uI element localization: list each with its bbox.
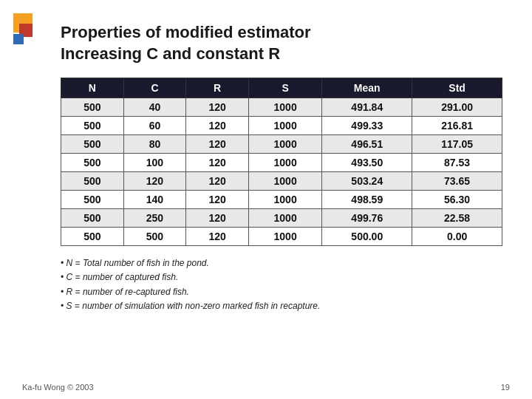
decorative-squares [13,13,34,58]
table-body: 500401201000491.84291.00500601201000499.… [61,98,502,246]
cell-r5-c4: 498.59 [322,191,412,209]
col-header-r: R [186,78,249,98]
col-header-std: Std [412,78,502,98]
table-row: 5002501201000499.7622.58 [61,209,502,228]
col-header-s: S [248,78,322,98]
cell-r0-c5: 291.00 [412,98,502,117]
cell-r0-c4: 491.84 [322,98,412,117]
cell-r7-c4: 500.00 [322,228,412,246]
cell-r1-c5: 216.81 [412,117,502,135]
cell-r2-c3: 1000 [248,135,322,154]
cell-r0-c1: 40 [123,98,186,117]
cell-r3-c1: 100 [123,154,186,172]
table-row: 500601201000499.33216.81 [61,117,502,135]
table-header: NCRSMeanStd [61,78,502,98]
cell-r0-c3: 1000 [248,98,322,117]
footer: Ka-fu Wong © 2003 19 [22,383,510,392]
cell-r6-c4: 499.76 [322,209,412,228]
title-line1: Properties of modified estimator [61,22,510,44]
cell-r4-c0: 500 [61,172,124,191]
cell-r3-c3: 1000 [248,154,322,172]
cell-r5-c2: 120 [186,191,249,209]
cell-r4-c5: 73.65 [412,172,502,191]
table-wrapper: NCRSMeanStd 500401201000491.84291.005006… [61,78,502,246]
cell-r4-c3: 1000 [248,172,322,191]
cell-r1-c4: 499.33 [322,117,412,135]
note-2: • R = number of re-captured fish. [61,285,510,299]
cell-r3-c5: 87.53 [412,154,502,172]
col-header-mean: Mean [322,78,412,98]
col-header-c: C [123,78,186,98]
cell-r3-c2: 120 [186,154,249,172]
cell-r5-c1: 140 [123,191,186,209]
note-3: • S = number of simulation with non-zero… [61,299,510,313]
copyright: Ka-fu Wong © 2003 [22,383,94,392]
cell-r2-c1: 80 [123,135,186,154]
note-0: • N = Total number of fish in the pond. [61,256,510,270]
page-number: 19 [501,383,510,392]
cell-r7-c1: 500 [123,228,186,246]
cell-r2-c4: 496.51 [322,135,412,154]
slide-container: Properties of modified estimator Increas… [0,0,532,399]
col-header-n: N [61,78,124,98]
cell-r1-c3: 1000 [248,117,322,135]
cell-r1-c0: 500 [61,117,124,135]
title-line2: Increasing C and constant R [61,44,510,65]
data-table: NCRSMeanStd 500401201000491.84291.005006… [61,78,502,246]
cell-r4-c1: 120 [123,172,186,191]
title-block: Properties of modified estimator Increas… [61,22,510,64]
cell-r3-c0: 500 [61,154,124,172]
table-row: 5001201201000503.2473.65 [61,172,502,191]
square-blue [13,34,24,44]
cell-r6-c5: 22.58 [412,209,502,228]
cell-r1-c1: 60 [123,117,186,135]
cell-r3-c4: 493.50 [322,154,412,172]
cell-r6-c1: 250 [123,209,186,228]
cell-r2-c0: 500 [61,135,124,154]
cell-r0-c0: 500 [61,98,124,117]
cell-r6-c0: 500 [61,209,124,228]
cell-r2-c5: 117.05 [412,135,502,154]
notes-section: • N = Total number of fish in the pond.•… [61,256,510,313]
table-row: 5001001201000493.5087.53 [61,154,502,172]
cell-r0-c2: 120 [186,98,249,117]
cell-r4-c4: 503.24 [322,172,412,191]
cell-r7-c3: 1000 [248,228,322,246]
cell-r2-c2: 120 [186,135,249,154]
table-row: 5001401201000498.5956.30 [61,191,502,209]
cell-r1-c2: 120 [186,117,249,135]
cell-r5-c0: 500 [61,191,124,209]
cell-r5-c5: 56.30 [412,191,502,209]
table-row: 500401201000491.84291.00 [61,98,502,117]
cell-r7-c5: 0.00 [412,228,502,246]
cell-r5-c3: 1000 [248,191,322,209]
cell-r7-c2: 120 [186,228,249,246]
note-1: • C = number of captured fish. [61,270,510,284]
cell-r7-c0: 500 [61,228,124,246]
table-row: 5005001201000500.000.00 [61,228,502,246]
cell-r4-c2: 120 [186,172,249,191]
cell-r6-c2: 120 [186,209,249,228]
cell-r6-c3: 1000 [248,209,322,228]
header-row: NCRSMeanStd [61,78,502,98]
table-row: 500801201000496.51117.05 [61,135,502,154]
